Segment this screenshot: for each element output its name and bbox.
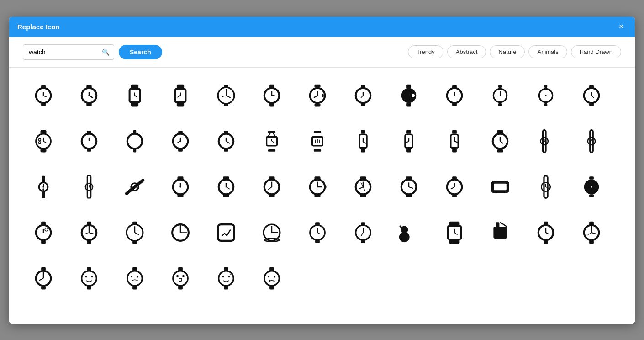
svg-point-270 [176,275,179,277]
svg-text:zz: zz [230,271,233,275]
icon-watch-30[interactable] [160,166,201,207]
icon-watch-13[interactable] [571,75,612,116]
svg-point-260 [85,276,87,277]
icon-watch-18[interactable] [206,121,247,162]
icon-watch-9[interactable] [388,75,429,116]
icon-watch-51[interactable] [525,212,566,253]
search-input[interactable] [23,44,114,60]
icon-watch-21[interactable] [343,121,384,162]
icon-watch-32[interactable] [251,166,292,207]
icon-watch-5[interactable] [206,75,247,116]
svg-rect-36 [315,103,321,106]
svg-point-63 [545,95,546,96]
icon-watch-29[interactable] [114,166,155,207]
icon-watch-15[interactable] [69,121,110,162]
svg-point-31 [217,95,219,96]
icon-watch-43[interactable] [160,212,201,253]
filter-tab-animals[interactable]: Animals [528,45,567,58]
icon-watch-55[interactable] [114,258,155,299]
svg-line-162 [268,187,272,190]
icon-watch-7[interactable] [297,75,338,116]
icon-watch-56[interactable] [160,258,201,299]
icon-watch-48[interactable] [388,212,429,253]
icon-watch-57[interactable]: zz [206,258,247,299]
icon-watch-47[interactable] [343,212,384,253]
icon-watch-14[interactable] [23,121,64,162]
search-button[interactable]: Search [119,45,162,59]
icon-watch-11[interactable] [480,75,521,116]
icon-watch-17[interactable] [160,121,201,162]
icon-watch-22[interactable] [388,121,429,162]
toolbar: 🔍 Search Trendy Abstract Nature Animals … [9,37,635,68]
svg-line-173 [359,187,363,189]
icon-watch-37[interactable] [480,166,521,207]
icon-watch-4[interactable] [160,75,201,116]
icon-watch-24[interactable] [480,121,521,162]
icon-watch-44[interactable] [206,212,247,253]
svg-line-232 [400,226,402,228]
icon-watch-23[interactable] [434,121,475,162]
icon-watch-10[interactable] [434,75,475,116]
icon-watch-53[interactable] [23,258,64,299]
svg-point-30 [225,103,227,104]
icon-watch-1[interactable] [23,75,64,116]
svg-rect-123 [497,149,503,152]
svg-rect-168 [324,185,327,188]
svg-point-55 [454,95,455,96]
icon-watch-42[interactable] [114,212,155,253]
filter-tab-hand-drawn[interactable]: Hand Drawn [571,45,621,58]
filter-tab-nature[interactable]: Nature [490,45,525,58]
svg-rect-102 [314,149,321,151]
filter-tab-trendy[interactable]: Trendy [408,45,443,58]
icon-watch-3[interactable] [114,75,155,116]
icon-watch-26[interactable] [571,121,612,162]
svg-point-283 [274,276,275,277]
svg-point-50 [412,94,415,97]
icon-watch-58[interactable] [251,258,292,299]
close-button[interactable]: × [616,21,627,32]
icon-watch-16[interactable] [114,121,155,162]
icon-watch-34[interactable] [343,166,384,207]
svg-point-282 [268,276,269,277]
svg-point-28 [225,86,227,88]
search-input-wrapper: 🔍 [23,44,114,60]
svg-rect-46 [406,84,411,88]
icon-watch-19[interactable] [251,121,292,162]
icon-watch-50[interactable] [480,212,521,253]
icon-watch-39[interactable] [571,166,612,207]
icon-watch-6[interactable] [251,75,292,116]
svg-line-250 [591,233,596,234]
icon-watch-54[interactable] [69,258,110,299]
svg-line-184 [451,187,454,189]
svg-point-276 [222,276,224,277]
icon-watch-8[interactable] [343,75,384,116]
svg-rect-252 [41,267,46,270]
svg-rect-113 [406,149,411,152]
icon-watch-40[interactable] [23,212,64,253]
icon-watch-46[interactable] [297,212,338,253]
svg-rect-35 [315,84,321,87]
modal-header: Replace Icon × [9,17,635,37]
icon-watch-35[interactable] [388,166,429,207]
icon-watch-12[interactable] [525,75,566,116]
icon-watch-36[interactable] [434,166,475,207]
svg-rect-94 [268,131,275,133]
svg-line-251 [588,233,591,235]
svg-point-138 [42,186,44,187]
icon-watch-38[interactable] [525,166,566,207]
icon-watch-41[interactable] [69,212,110,253]
icons-grid: zz [23,75,621,299]
icon-watch-52[interactable] [571,212,612,253]
svg-point-264 [127,271,143,286]
icon-watch-45[interactable] [251,212,292,253]
svg-rect-57 [498,103,502,106]
icon-watch-33[interactable] [297,166,338,207]
icon-watch-2[interactable] [69,75,110,116]
icon-watch-28[interactable] [69,166,110,207]
icon-watch-31[interactable] [206,166,247,207]
icon-watch-27[interactable] [23,166,64,207]
icon-watch-49[interactable] [434,212,475,253]
icon-watch-20[interactable] [297,121,338,162]
filter-tab-abstract[interactable]: Abstract [447,45,486,58]
icon-watch-25[interactable] [525,121,566,162]
